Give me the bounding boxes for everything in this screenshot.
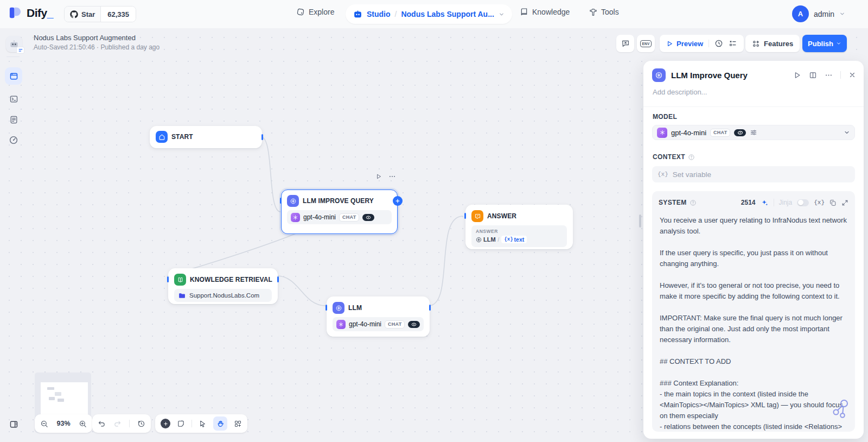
preview-button[interactable]: Preview (666, 40, 703, 48)
openai-icon (291, 213, 300, 222)
more-icon[interactable] (388, 173, 396, 180)
target-handle[interactable] (167, 276, 169, 282)
close-panel-button[interactable] (848, 71, 856, 79)
target-handle[interactable] (464, 213, 466, 219)
run-node-button[interactable] (793, 71, 801, 79)
node-answer[interactable]: ANSWER ANSWER LLM / {x} text (465, 205, 573, 249)
target-handle[interactable] (326, 305, 327, 311)
answer-icon (471, 210, 483, 222)
dify-workflow-app: Nodus Labs Support Augmented Auto-Saved … (0, 0, 868, 442)
user-menu[interactable]: A admin (792, 5, 845, 22)
star-count: 62,335 (100, 7, 136, 22)
infranodus-molecule-icon[interactable] (830, 397, 852, 422)
tidy-layout-button[interactable] (234, 420, 242, 428)
nav-explore[interactable]: Explore (296, 8, 334, 16)
env-variables-button[interactable]: ENV (637, 35, 655, 52)
sidebar-divider (7, 56, 20, 57)
dify-logo-text: Dify_ (27, 7, 53, 20)
canvas-scrollbar[interactable] (639, 214, 641, 228)
selected-model: gpt-4o-mini (671, 129, 706, 137)
app-type-badge (16, 47, 24, 54)
source-handle[interactable] (261, 134, 263, 140)
user-avatar[interactable]: A (792, 5, 809, 22)
llm-icon (333, 302, 344, 314)
model-name: gpt-4o-mini (349, 320, 381, 328)
add-node-button[interactable] (161, 419, 170, 428)
source-handle[interactable] (277, 276, 279, 282)
expand-icon[interactable] (841, 199, 848, 206)
system-prompt-block: SYSTEM 2514 Jinja {x} You receive a user… (652, 191, 855, 432)
preview-group: Preview (660, 35, 744, 52)
chevron-down-icon (839, 11, 845, 17)
zoom-out-button[interactable] (40, 420, 48, 428)
nav-studio-label[interactable]: Studio (367, 10, 391, 18)
target-handle[interactable] (280, 198, 282, 204)
nav-knowledge[interactable]: Knowledge (520, 8, 570, 16)
node-llm[interactable]: LLM gpt-4o-mini CHAT (327, 296, 430, 337)
prompt-paragraph: ## CONTEXT TO ADD (660, 356, 847, 367)
zoom-level[interactable]: 93% (56, 420, 70, 427)
llm-icon (652, 68, 666, 82)
var-separator: / (498, 237, 500, 243)
app-avatar[interactable] (6, 36, 22, 52)
sidebar-item-api[interactable] (5, 90, 22, 108)
insert-variable-button[interactable]: {x} (814, 199, 825, 206)
publish-button[interactable]: Publish (802, 35, 847, 52)
node-title: START (171, 133, 193, 141)
add-note-button[interactable] (177, 420, 185, 428)
sidebar-item-monitoring[interactable] (5, 131, 22, 149)
context-placeholder: Set variable (673, 171, 711, 179)
gauge-icon (9, 135, 18, 145)
add-next-node-button[interactable] (393, 196, 403, 206)
zoom-in-button[interactable] (79, 420, 87, 428)
prompt-paragraph: ### Context Explanation: - the main topi… (660, 378, 847, 432)
checklist-popup-button[interactable] (616, 35, 634, 52)
collapse-panel-icon (9, 420, 18, 429)
history-toolbar (92, 414, 151, 433)
context-variable-input[interactable]: {x} Set variable (652, 166, 855, 182)
env-icon: ENV (640, 40, 652, 47)
more-button[interactable] (825, 71, 833, 79)
openai-icon (336, 320, 346, 329)
system-prompt-text[interactable]: You receive a user query relating to Inf… (652, 211, 855, 432)
vision-eye-icon (408, 321, 420, 328)
pointer-mode-button[interactable] (199, 420, 207, 428)
description-placeholder[interactable]: Add description... (653, 88, 707, 96)
run-history-icon[interactable] (714, 39, 723, 48)
sidebar-item-logs[interactable] (5, 111, 22, 128)
token-count: 2514 (741, 199, 756, 206)
model-selector[interactable]: gpt-4o-mini CHAT (652, 125, 855, 140)
node-tools-toolbar (155, 414, 247, 433)
model-params-icon[interactable] (750, 129, 757, 136)
node-llm-improve-query[interactable]: LLM IMPROVE QUERY gpt-4o-mini CHAT (281, 190, 398, 234)
jinja-toggle[interactable] (797, 199, 809, 206)
generate-prompt-icon[interactable] (761, 199, 769, 207)
sidebar-collapse-button[interactable] (5, 415, 22, 433)
github-star-badge[interactable]: Star 62,335 (64, 6, 136, 22)
node-knowledge-retrieval[interactable]: KNOWLEDGE RETRIEVAL Support.NodusLabs.Co… (168, 268, 278, 304)
split-view-button[interactable] (809, 71, 817, 79)
home-icon (156, 131, 168, 143)
features-button[interactable]: Features (745, 35, 800, 52)
nav-studio-breadcrumb[interactable]: Studio / Nodus Labs Support Au... (346, 4, 512, 24)
hand-mode-button[interactable] (213, 416, 227, 431)
dify-logo[interactable]: Dify_ (8, 5, 53, 20)
explore-icon (296, 8, 305, 16)
node-action-bar (375, 173, 396, 180)
redo-button[interactable] (113, 420, 122, 428)
studio-robot-icon (353, 10, 362, 19)
undo-button[interactable] (98, 420, 106, 428)
openai-icon (657, 128, 667, 138)
help-icon (688, 154, 695, 161)
sidebar-item-orchestrate[interactable] (5, 67, 22, 85)
nav-tools[interactable]: Tools (589, 8, 619, 16)
chat-fix-icon (621, 39, 630, 48)
answer-section-label: ANSWER (476, 229, 563, 234)
current-app-name[interactable]: Nodus Labs Support Au... (401, 10, 494, 18)
version-history-button[interactable] (137, 420, 145, 428)
source-handle[interactable] (429, 305, 431, 311)
play-node-icon[interactable] (375, 173, 382, 180)
checklist-icon[interactable] (729, 39, 737, 48)
copy-icon[interactable] (829, 199, 837, 206)
node-start[interactable]: START (150, 126, 262, 148)
